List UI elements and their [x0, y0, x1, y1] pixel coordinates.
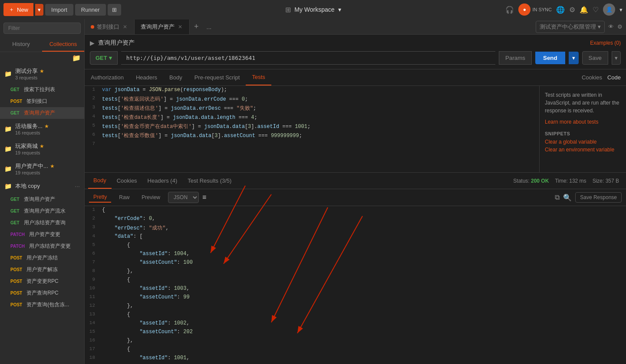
- sub-item-8[interactable]: POST 资产查询RPC: [0, 287, 84, 299]
- sidebar-search-area: [0, 19, 84, 37]
- collection-item-cshop[interactable]: 📁 玩家商城 ★ 19 requests: [0, 139, 84, 159]
- sub-item-queryasset[interactable]: GET 查询用户资产: [0, 107, 84, 119]
- req-tab-prerequest[interactable]: Pre-request Script: [188, 70, 246, 85]
- req-tab-right: Cookies Code: [582, 74, 626, 81]
- new-button[interactable]: ＋ New: [3, 3, 33, 16]
- method-label: GET: [96, 55, 107, 61]
- collection-item-ctest[interactable]: 📁 测试分享 ★ 3 requests: [0, 64, 84, 84]
- avatar[interactable]: 👤: [603, 3, 615, 16]
- avatar-dropdown-icon[interactable]: ▾: [619, 7, 623, 13]
- sub-item-4[interactable]: PATCH 用户冻结资产变更: [0, 240, 84, 252]
- code-link[interactable]: Code: [607, 74, 621, 81]
- sub-item-9[interactable]: POST 资产查询(包含冻...: [0, 299, 84, 311]
- req-tab-auth[interactable]: Authorization: [85, 70, 130, 85]
- collection-info-ccopy: 本地 copy: [15, 182, 71, 190]
- search-icon[interactable]: 🔍: [563, 193, 572, 202]
- resp-line-1: 1{: [85, 206, 626, 215]
- filter-input[interactable]: [3, 23, 81, 34]
- tab-dot-signjie: [91, 25, 94, 29]
- req-tab-body[interactable]: Body: [163, 70, 188, 85]
- method-badge-post-signin: POST: [9, 98, 24, 104]
- params-button[interactable]: Params: [499, 51, 532, 65]
- bell-icon[interactable]: 🔔: [580, 6, 588, 14]
- extra-button[interactable]: ⊞: [108, 4, 121, 16]
- examples-label[interactable]: Examples (0): [590, 40, 621, 46]
- cookies-link[interactable]: Cookies: [582, 74, 602, 81]
- copy-icon[interactable]: ⧉: [555, 193, 560, 201]
- request-title: ▶ 查询用户资产 Examples (0): [90, 39, 621, 47]
- req-tab-tests[interactable]: Tests: [246, 69, 271, 85]
- resp-line-13: 13 {: [85, 311, 626, 319]
- sidebar: History Collections 📁 📁 测试分享 ★ 3 request…: [0, 19, 85, 364]
- tab-collections[interactable]: Collections: [42, 37, 84, 52]
- globe-icon[interactable]: 🌐: [556, 6, 565, 14]
- method-badge-0: GET: [9, 197, 21, 202]
- new-dropdown-button[interactable]: ▾: [35, 4, 43, 16]
- save-button[interactable]: Save: [582, 51, 608, 65]
- env-selector[interactable]: 测试资产中心权限管理 ▾: [536, 21, 605, 33]
- format-pretty[interactable]: Pretty: [89, 192, 111, 203]
- workspace-dropdown-icon[interactable]: ▾: [338, 6, 341, 13]
- sub-item-7[interactable]: POST 资产变更RPC: [0, 275, 84, 287]
- collection-more-ccopy[interactable]: ···: [75, 183, 80, 190]
- tab-signjie[interactable]: 签到接口 ✕: [85, 20, 135, 34]
- collection-meta-cshop: 19 requests: [15, 150, 80, 155]
- import-button[interactable]: Import: [45, 4, 73, 16]
- send-dropdown-button[interactable]: ▾: [569, 52, 579, 64]
- save-dropdown-button[interactable]: ▾: [612, 51, 621, 65]
- resp-tab-cookies[interactable]: Cookies: [112, 173, 142, 188]
- add-collection-button[interactable]: 📁: [72, 54, 81, 62]
- resp-format-bar: Pretty Raw Preview JSON ≡ ⧉ 🔍 Save Respo…: [85, 189, 626, 206]
- format-type-select[interactable]: JSON: [168, 192, 199, 203]
- resp-tab-headers[interactable]: Headers (4): [142, 173, 183, 188]
- collection-item-ccopy[interactable]: 📁 本地 copy ···: [0, 179, 84, 193]
- snippet-1[interactable]: Clear an environment variable: [545, 147, 621, 153]
- method-selector[interactable]: GET ▾: [90, 51, 118, 65]
- tab-close-queryasset[interactable]: ✕: [177, 24, 183, 30]
- sub-item-0[interactable]: GET 查询用户资产: [0, 193, 84, 205]
- sub-item-2[interactable]: GET 用户冻结资产查询: [0, 217, 84, 229]
- runner-button[interactable]: Runner: [75, 4, 106, 16]
- sub-item-search[interactable]: GET 搜索下拉列表: [0, 84, 84, 95]
- format-raw[interactable]: Raw: [115, 193, 134, 202]
- headphones-icon[interactable]: 🎧: [505, 6, 514, 14]
- folder-icon-cshop: 📁: [4, 145, 12, 152]
- sub-item-3[interactable]: PATCH 用户资产变更: [0, 229, 84, 240]
- tab-queryasset[interactable]: 查询用户资产 ✕: [135, 20, 190, 34]
- heart-icon[interactable]: ♡: [593, 6, 599, 14]
- resp-tab-testresults[interactable]: Test Results (3/5): [182, 173, 237, 188]
- req-tab-headers[interactable]: Headers: [130, 70, 163, 85]
- collection-item-cuserasset[interactable]: 📁 用户资产中... ★ 19 requests: [0, 159, 84, 179]
- star-icon-cuserasset: ★: [50, 163, 55, 169]
- snippet-0[interactable]: Clear a global variable: [545, 139, 621, 145]
- format-preview[interactable]: Preview: [137, 193, 165, 202]
- wrap-icon[interactable]: ≡: [202, 193, 206, 201]
- save-response-button[interactable]: Save Response: [575, 192, 622, 203]
- plus-icon: ＋: [9, 6, 14, 13]
- learn-more-link[interactable]: Learn more about tests: [545, 119, 598, 125]
- gear-icon[interactable]: ⚙: [617, 23, 623, 30]
- sub-item-5[interactable]: POST 用户资产冻结: [0, 252, 84, 264]
- sub-item-6[interactable]: POST 用户资产解冻: [0, 264, 84, 275]
- tab-add-button[interactable]: +: [190, 22, 203, 31]
- eye-icon[interactable]: 👁: [608, 23, 614, 30]
- tab-close-signjie[interactable]: ✕: [122, 24, 128, 30]
- method-badge-2: GET: [9, 220, 21, 226]
- tab-history[interactable]: History: [0, 37, 42, 52]
- settings-icon[interactable]: ⚙: [569, 6, 575, 14]
- sub-item-signin[interactable]: POST 签到接口: [0, 95, 84, 107]
- send-button[interactable]: Send: [535, 52, 565, 64]
- collection-meta-cservice: 16 requests: [15, 130, 80, 135]
- sub-item-1[interactable]: GET 查询用户资产流水: [0, 205, 84, 217]
- tab-more-button[interactable]: ...: [203, 23, 215, 30]
- resp-tab-body[interactable]: Body: [88, 173, 112, 189]
- request-title-arrow: ▶: [90, 39, 95, 46]
- url-input[interactable]: [121, 51, 495, 65]
- method-badge-8: POST: [9, 290, 24, 296]
- folder-icon-cservice: 📁: [4, 125, 12, 132]
- collection-item-cservice[interactable]: 📁 活动服务... ★ 16 requests: [0, 119, 84, 139]
- code-line-3: 3 tests['检查描述信息'] = jsonData.errDesc ===…: [85, 104, 539, 113]
- code-line-1: 1 var jsonData = JSON.parse(responseBody…: [85, 86, 539, 95]
- tests-code-editor[interactable]: 1 var jsonData = JSON.parse(responseBody…: [85, 86, 539, 172]
- status-label: Status: 200 OK: [513, 178, 549, 184]
